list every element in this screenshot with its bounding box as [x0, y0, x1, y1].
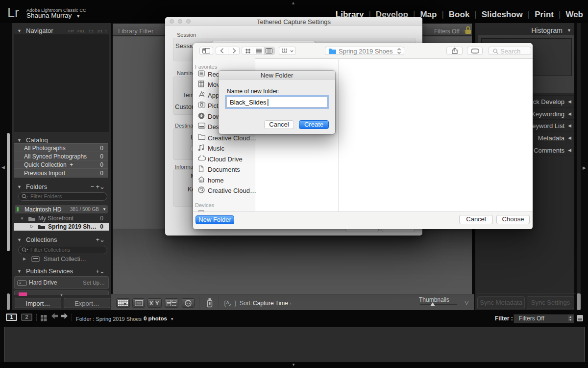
svg-text:Z: Z — [229, 303, 231, 307]
svg-text:X: X — [149, 300, 153, 306]
svg-text:Y: Y — [155, 300, 159, 306]
svg-text:❳: ❳ — [233, 299, 237, 307]
